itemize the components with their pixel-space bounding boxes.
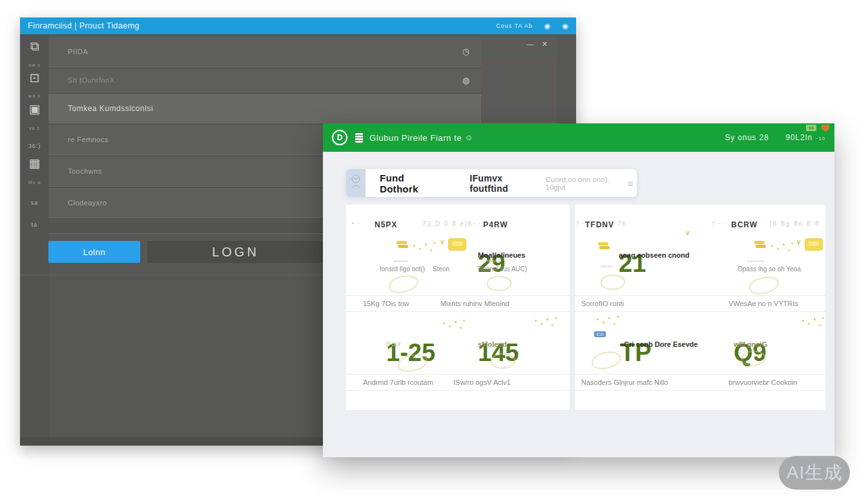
row-label: Mixnts ruhinv Mleoind <box>440 300 509 307</box>
dots-decor-icon <box>597 318 599 320</box>
metric-value-label: «Cri conb Dore Esevde <box>620 340 698 348</box>
row-label: 15Kg 7Ois tow <box>363 300 409 307</box>
search-doc-icon[interactable]: ⊡ <box>20 70 49 85</box>
metric-code: BCRW <box>731 220 758 229</box>
sync-status-text: Sy onus 28 <box>725 133 769 142</box>
sidebar-label: Mo a <box>20 180 49 185</box>
tiny-label: Lenores <box>748 259 764 263</box>
document-icon[interactable]: ⧉ <box>20 39 49 54</box>
shield-icon <box>822 125 829 132</box>
sketch-decor <box>591 350 623 370</box>
dots-decor-icon <box>413 245 415 247</box>
sidebar-label: ow s <box>20 63 49 67</box>
row-label: brwvuorviebr Cookoin <box>728 378 797 386</box>
logn-button[interactable]: LOGN <box>147 241 324 263</box>
field-password[interactable]: Sh tOunrfnnX ◍ <box>48 68 481 92</box>
field-password-label: Sh tOunrfnnX <box>68 76 115 84</box>
row-label: Andrmd 7urlb rcoutam <box>363 378 433 386</box>
field-account-label: Tomkea Kumdsslconlsi <box>68 104 153 113</box>
dots-decor-icon <box>443 322 445 324</box>
row-label: VWesAe no n VYTRIs <box>728 300 798 307</box>
highlight-box <box>483 63 554 122</box>
row-label: SorrofIO ronti <box>581 300 624 307</box>
metric-code: P4RW <box>483 220 508 229</box>
field-username[interactable]: PIIDA ◷ <box>48 36 481 67</box>
pad-icon[interactable]: ▣ <box>20 101 49 116</box>
metric-code-faint: [6 8g 8o 8 ® <box>770 220 821 227</box>
metric-code-faint: 76 <box>617 220 627 227</box>
titlebar-right-group: Cous TA Ab ◉ ◉ <box>496 22 568 30</box>
trading-window-title: Finramciisd | Prouct Tidaemg <box>28 21 140 30</box>
desktop: Finramciisd | Prouct Tidaemg Cous TA Ab … <box>0 0 868 496</box>
titlebar-status-group: Sy onus 28 90L2In~10 <box>725 133 825 142</box>
row-label: Nasoders Glnjrur mafc Nillo <box>581 378 668 386</box>
grid-icon[interactable]: ▦ <box>20 156 49 170</box>
metric-value-label: Moal(olineues <box>478 251 525 259</box>
metric-code: TFDNV <box>585 220 614 229</box>
search-hint-text: Cuord;oo onn onn). 10gjvt <box>546 176 628 191</box>
trading-titlebar: Finramciisd | Prouct Tidaemg Cous TA Ab … <box>20 17 576 34</box>
dash-decor: - - <box>473 220 482 226</box>
sub-label: Steon <box>433 265 450 273</box>
trading-sidebar: ⧉ ow s ⊡ wa o ▣ va s 36:) ▦ Mo a sa ta <box>20 34 49 446</box>
metric-value-label: d oor <box>386 340 401 347</box>
notes-icon <box>355 133 363 143</box>
sub-label: Roonsi Ilus AUC) <box>478 265 527 273</box>
sketch-decor <box>749 275 780 295</box>
camera-icon[interactable]: ◉ <box>544 22 551 30</box>
metric-value-label: sMoleud <box>478 340 507 348</box>
tiny-label: Arsons <box>394 259 408 263</box>
sidebar-label: wa o <box>20 94 49 98</box>
account-icon[interactable]: ◉ <box>562 22 568 30</box>
dash-decor: + - <box>351 220 362 226</box>
dash-decor: 7 - - <box>712 220 727 226</box>
coins-icon <box>397 241 408 250</box>
dots-decor-icon <box>802 320 804 322</box>
tiny-label: Msons <box>487 259 500 263</box>
metric-value-label: aoag eobseen cnond <box>619 251 689 259</box>
corner-icons: SS <box>806 125 829 132</box>
coins-icon <box>598 242 610 251</box>
fund-dashboard-window: D Glubun Pireile Fiarn te ⊙ Sy onus 28 9… <box>323 123 834 457</box>
clock-status-value: 90L2In <box>786 133 813 142</box>
search-secondary-text: IFumvx foutftind <box>470 173 540 194</box>
green-badge-icon: SS <box>806 125 816 131</box>
sidebar-label: ta <box>20 222 49 228</box>
menu-square-icon[interactable]: ▥ <box>627 180 633 187</box>
sidebar-label: 36:) <box>20 143 49 149</box>
field-username-label: PIIDA <box>68 48 88 56</box>
sketch-decor <box>486 274 512 292</box>
clock-status-suffix: ~10 <box>815 136 825 141</box>
blue-tag: 610 <box>594 331 606 337</box>
sketch-decor <box>388 274 420 294</box>
login-button[interactable]: Lolnn <box>48 241 140 263</box>
tiny-label: morstt <box>601 264 614 268</box>
label-row: SorrofIO ronti VWesAe no n VYTRIs <box>575 295 825 312</box>
app-logo-icon: D <box>332 130 347 145</box>
credit-card-icon <box>805 238 823 251</box>
clock-icon: ◷ <box>462 46 470 56</box>
field-account-selected[interactable]: Tomkea Kumdsslconlsi <box>48 93 557 123</box>
label-row: Andrmd 7urlb rcoutam ISw/ro ogsV Aclv1 <box>346 374 570 391</box>
close-icon[interactable]: ✕ <box>542 40 548 48</box>
titlebar-status-text: Cous TA Ab <box>496 23 533 29</box>
dots-decor-icon <box>535 320 537 322</box>
target-icon: ⊙ <box>466 134 471 142</box>
fund-search-bar[interactable]: Fund Dothork IFumvx foutftind Cuord;oo o… <box>346 169 637 197</box>
search-primary-text: Fund Dothork <box>380 172 442 194</box>
avatar <box>346 169 366 197</box>
side-panel: — ✕ <box>481 37 557 123</box>
sub-label: Opass Ihg so oh Yeoa. <box>738 265 803 273</box>
field-server-label: re Femnocs <box>68 136 108 143</box>
metric-value-label: wIII gnsiG <box>734 340 767 348</box>
sidebar-label: va s <box>20 126 49 130</box>
field-extra-label: Clodeayxro <box>68 199 107 207</box>
clock-status-text: 90L2In~10 <box>786 133 826 142</box>
ai-watermark: AI生成 <box>779 456 850 490</box>
label-row: Nasoders Glnjrur mafc Nillo brwvuorviebr… <box>575 374 825 391</box>
dashboard-window-title: Glubun Pireile Fiarn te <box>369 133 462 143</box>
dashboard-titlebar: D Glubun Pireile Fiarn te ⊙ Sy onus 28 9… <box>323 123 834 152</box>
minimize-icon[interactable]: — <box>526 40 533 48</box>
metrics-panel: + - N5PX 73 D 0 8 e/6 - - P4RW v Arsons … <box>346 205 825 410</box>
sidebar-label: sa <box>20 200 49 206</box>
